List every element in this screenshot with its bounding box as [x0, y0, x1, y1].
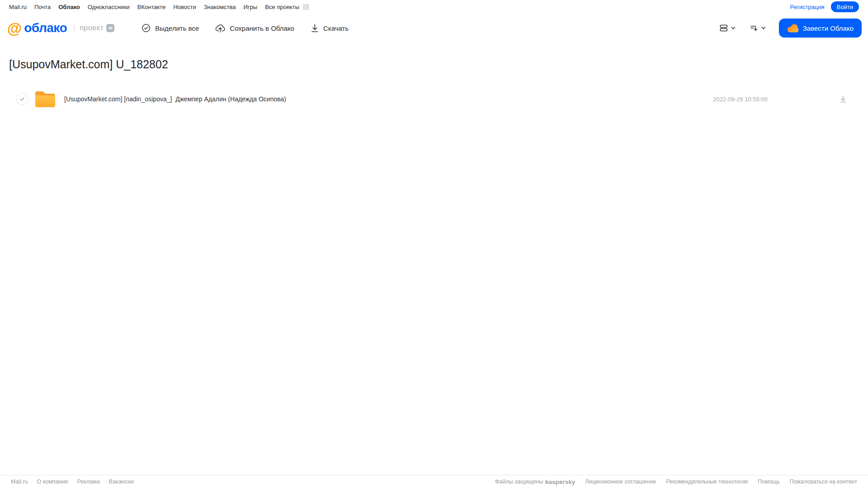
orange-cloud-icon: [787, 24, 798, 33]
chevron-down-icon: [730, 25, 736, 31]
file-toolbar: Выделить все Сохранить в Облако Скачать: [142, 24, 349, 33]
footer-link-mailru[interactable]: Mail.ru: [11, 479, 28, 485]
portal-link-odnoklassniki[interactable]: Одноклассники: [88, 4, 130, 10]
download-label: Скачать: [323, 24, 349, 32]
login-button[interactable]: Войти: [831, 1, 859, 12]
row-checkbox[interactable]: [16, 93, 28, 105]
get-cloud-button[interactable]: Завести Облако: [779, 19, 862, 38]
cloud-logo[interactable]: @ облако | проект vk: [7, 21, 114, 36]
save-to-cloud-button[interactable]: Сохранить в Облако: [215, 24, 294, 33]
chevron-down-icon: [761, 25, 766, 31]
portal-link-igry[interactable]: Игры: [243, 4, 257, 10]
protected-label: Файлы защищены: [495, 479, 543, 485]
logo-divider: |: [73, 24, 75, 32]
cloud-upload-icon: [215, 24, 225, 33]
header-right-controls: Завести Облако: [716, 19, 862, 38]
footer-link-company[interactable]: О компании: [37, 479, 68, 485]
save-to-cloud-label: Сохранить в Облако: [230, 24, 294, 32]
cloud-logo-text: облако: [24, 22, 67, 34]
public-folder-view: [UsupovMarket.com] U_182802: [0, 58, 868, 110]
portal-links: Mail.ru Почта Облако Одноклассники ВКонт…: [9, 4, 299, 10]
select-all-label: Выделить все: [155, 24, 199, 32]
row-download-button[interactable]: [839, 95, 847, 103]
download-icon: [311, 24, 319, 33]
footer-link-license[interactable]: Лицензионное соглашение: [585, 479, 656, 485]
portal-topbar: Mail.ru Почта Облако Одноклассники ВКонт…: [0, 0, 868, 13]
footer-right-links: Файлы защищены kaspersky Лицензионное со…: [495, 479, 857, 485]
get-cloud-label: Завести Облако: [803, 24, 854, 32]
portal-link-pochta[interactable]: Почта: [34, 4, 51, 10]
file-row[interactable]: [UsupovMarket.com] [nadin_osipova_] Джем…: [9, 88, 859, 110]
portal-link-znakomstva[interactable]: Знакомства: [204, 4, 236, 10]
select-all-button[interactable]: Выделить все: [142, 24, 199, 33]
list-view-icon: [719, 24, 728, 33]
footer-link-ads[interactable]: Реклама: [77, 479, 100, 485]
portal-link-all-projects[interactable]: Все проекты: [265, 4, 299, 10]
page-title: [UsupovMarket.com] U_182802: [9, 58, 859, 71]
cloud-header: @ облако | проект vk Выделить все Сохран…: [0, 13, 868, 43]
file-list: [UsupovMarket.com] [nadin_osipova_] Джем…: [9, 88, 859, 110]
footer-link-report[interactable]: Пожаловаться на контент: [790, 479, 857, 485]
footer-link-jobs[interactable]: Вакансии: [109, 479, 134, 485]
mailru-at-icon: @: [7, 21, 21, 36]
vk-badge-icon: vk: [106, 24, 114, 32]
kaspersky-logo[interactable]: kaspersky: [545, 479, 575, 485]
sort-button[interactable]: [747, 21, 769, 35]
footer-left-links: Mail.ru О компании Реклама Вакансии: [11, 479, 134, 485]
all-projects-grid-icon[interactable]: [303, 4, 309, 10]
registration-link[interactable]: Регистрация: [790, 4, 825, 10]
sort-icon: [749, 24, 759, 33]
portal-link-oblako[interactable]: Облако: [58, 4, 80, 10]
portal-link-novosti[interactable]: Новости: [173, 4, 196, 10]
footer-link-help[interactable]: Помощь: [758, 479, 779, 485]
file-date: 2022-09-29 10:55:00: [713, 96, 768, 103]
download-all-button[interactable]: Скачать: [311, 24, 349, 33]
project-label: проект: [80, 24, 104, 32]
footer-link-recommendations[interactable]: Рекомендательные технологии: [666, 479, 748, 485]
portal-link-vkontakte[interactable]: ВКонтакте: [138, 4, 166, 10]
page-footer: Mail.ru О компании Реклама Вакансии Файл…: [0, 475, 868, 488]
portal-link-mailru[interactable]: Mail.ru: [9, 4, 27, 10]
kaspersky-protection: Файлы защищены kaspersky: [495, 479, 575, 485]
file-name-link[interactable]: [UsupovMarket.com] [nadin_osipova_] Джем…: [64, 95, 286, 103]
check-circle-icon: [142, 24, 151, 33]
folder-icon: [35, 91, 55, 107]
topbar-auth: Регистрация Войти: [790, 1, 859, 12]
view-mode-button[interactable]: [716, 21, 739, 35]
